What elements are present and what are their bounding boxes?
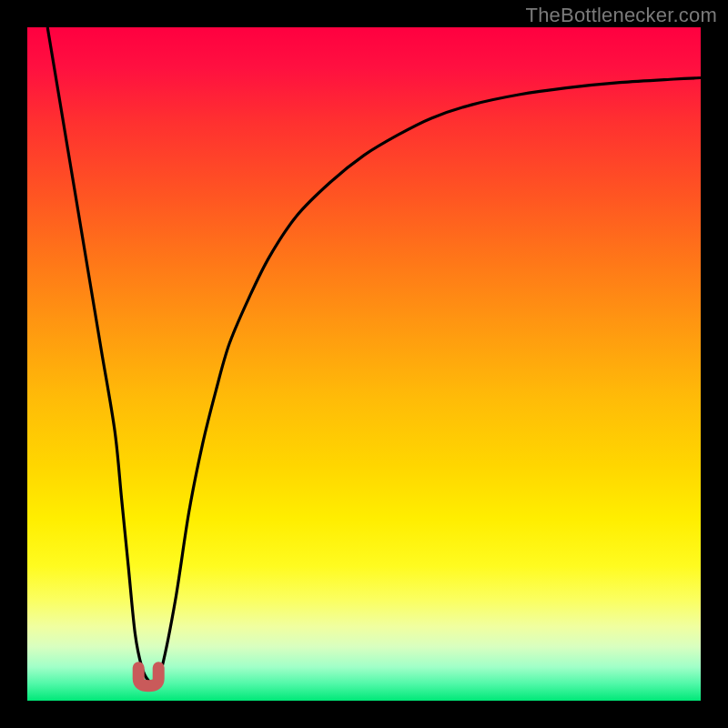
watermark-text: TheBottlenecker.com [526,4,717,27]
bottleneck-curve [27,27,701,701]
chart-frame: TheBottlenecker.com [0,0,728,728]
minimum-marker [138,668,158,686]
plot-area [27,27,701,701]
curve-path [47,27,701,682]
